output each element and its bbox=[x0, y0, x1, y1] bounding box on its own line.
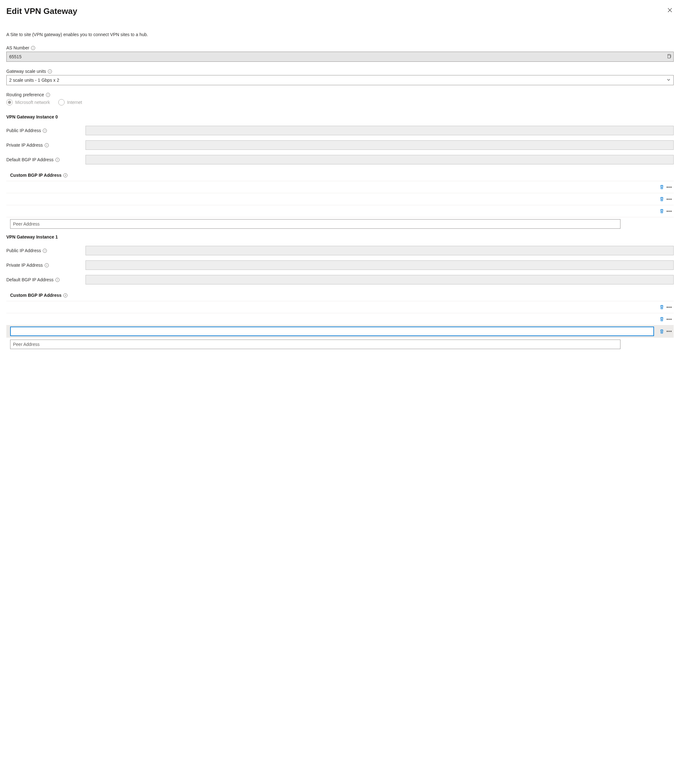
default-bgp-label-0: Default BGP IP Address i bbox=[6, 157, 85, 162]
info-icon[interactable]: i bbox=[43, 249, 47, 253]
private-ip-field-0 bbox=[85, 140, 674, 150]
private-ip-label-0: Private IP Address i bbox=[6, 143, 85, 148]
page-title: Edit VPN Gateway bbox=[6, 6, 77, 16]
as-number-field bbox=[6, 52, 674, 62]
trash-icon[interactable] bbox=[658, 183, 665, 192]
default-bgp-field-0 bbox=[85, 155, 674, 164]
scale-units-select[interactable]: 2 scale units - 1 Gbps x 2 bbox=[6, 75, 674, 85]
close-button[interactable] bbox=[666, 6, 674, 15]
radio-unchecked-icon bbox=[58, 99, 65, 105]
custom-bgp-header-0: Custom BGP IP Address i bbox=[6, 170, 674, 181]
trash-icon[interactable] bbox=[658, 303, 665, 312]
trash-icon[interactable] bbox=[658, 315, 665, 324]
description-text: A Site to site (VPN gateway) enables you… bbox=[6, 32, 674, 37]
peer-address-input-0[interactable] bbox=[10, 219, 620, 229]
custom-bgp-row-active: ••• bbox=[6, 325, 674, 338]
more-icon[interactable]: ••• bbox=[666, 327, 672, 336]
public-ip-field-1 bbox=[85, 246, 674, 255]
more-icon[interactable]: ••• bbox=[666, 303, 672, 312]
info-icon[interactable]: i bbox=[45, 263, 49, 268]
trash-icon[interactable] bbox=[658, 207, 665, 216]
svg-rect-2 bbox=[668, 55, 671, 58]
info-icon[interactable]: i bbox=[55, 278, 60, 282]
custom-bgp-row: ••• bbox=[6, 205, 674, 217]
routing-pref-label: Routing preference i bbox=[6, 92, 674, 97]
info-icon[interactable]: i bbox=[31, 46, 35, 50]
custom-bgp-input[interactable] bbox=[10, 327, 654, 336]
peer-address-input-1[interactable] bbox=[10, 340, 620, 349]
public-ip-label-0: Public IP Address i bbox=[6, 128, 85, 133]
as-number-label: AS Number i bbox=[6, 45, 674, 50]
routing-pref-radios: Microsoft network Internet bbox=[6, 99, 674, 105]
instance-1-heading: VPN Gateway Instance 1 bbox=[6, 235, 674, 239]
more-icon[interactable]: ••• bbox=[666, 195, 672, 204]
trash-icon[interactable] bbox=[658, 195, 665, 204]
info-icon[interactable]: i bbox=[63, 173, 68, 177]
custom-bgp-row: ••• bbox=[6, 193, 674, 205]
copy-icon[interactable] bbox=[667, 54, 671, 60]
radio-internet[interactable]: Internet bbox=[58, 99, 82, 105]
close-icon bbox=[667, 9, 672, 14]
custom-bgp-row: ••• bbox=[6, 301, 674, 313]
scale-units-label: Gateway scale units i bbox=[6, 69, 674, 74]
info-icon[interactable]: i bbox=[63, 293, 68, 298]
info-icon[interactable]: i bbox=[48, 69, 52, 74]
radio-checked-icon bbox=[6, 99, 13, 105]
more-icon[interactable]: ••• bbox=[666, 207, 672, 216]
default-bgp-label-1: Default BGP IP Address i bbox=[6, 277, 85, 282]
custom-bgp-header-1: Custom BGP IP Address i bbox=[6, 290, 674, 301]
public-ip-field-0 bbox=[85, 126, 674, 135]
private-ip-field-1 bbox=[85, 260, 674, 270]
custom-bgp-row: ••• bbox=[6, 181, 674, 193]
info-icon[interactable]: i bbox=[46, 93, 50, 97]
trash-icon[interactable] bbox=[658, 327, 665, 336]
custom-bgp-row: ••• bbox=[6, 313, 674, 325]
private-ip-label-1: Private IP Address i bbox=[6, 263, 85, 268]
instance-0-heading: VPN Gateway Instance 0 bbox=[6, 114, 674, 120]
info-icon[interactable]: i bbox=[55, 158, 60, 162]
public-ip-label-1: Public IP Address i bbox=[6, 248, 85, 253]
info-icon[interactable]: i bbox=[43, 129, 47, 133]
default-bgp-field-1 bbox=[85, 275, 674, 285]
more-icon[interactable]: ••• bbox=[666, 315, 672, 324]
more-icon[interactable]: ••• bbox=[666, 183, 672, 192]
radio-microsoft-network[interactable]: Microsoft network bbox=[6, 99, 50, 105]
info-icon[interactable]: i bbox=[45, 143, 49, 147]
